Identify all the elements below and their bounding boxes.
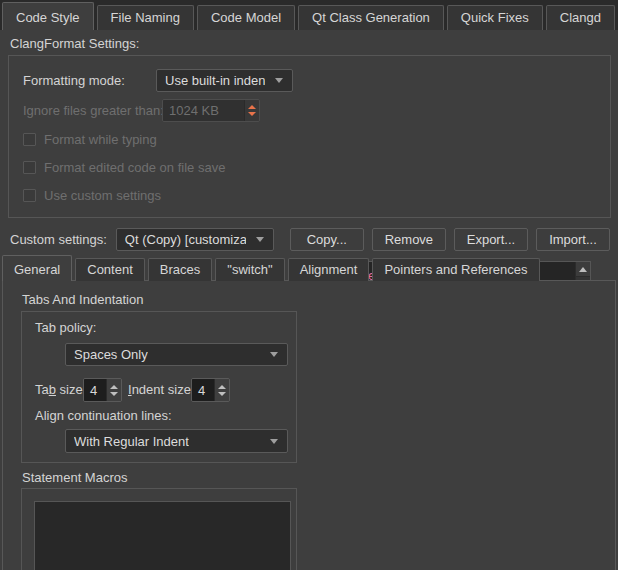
statement-macros-title: Statement Macros (22, 470, 128, 485)
ignore-files-spinbox: 1024 KB (162, 99, 260, 122)
style-tab-general[interactable]: General (2, 255, 72, 281)
align-continuation-label: Align continuation lines: (35, 408, 172, 423)
copy-button[interactable]: Copy... (290, 228, 364, 251)
tab-code-model[interactable]: Code Model (197, 5, 295, 30)
style-tab-pointers-and-references[interactable]: Pointers and References (372, 258, 539, 281)
style-tab-content[interactable]: Content (75, 258, 145, 281)
style-tab-braces[interactable]: Braces (148, 258, 212, 281)
spin-arrows (244, 100, 259, 121)
custom-settings-value: Qt (Copy) [customizable] (125, 232, 246, 247)
style-tabbar: GeneralContentBraces"switch"AlignmentPoi… (2, 256, 618, 281)
custom-settings-label: Custom settings: (10, 232, 107, 247)
checkbox-label: Format edited code on file save (44, 160, 225, 175)
chevron-down-icon (256, 237, 264, 242)
tabs-indentation-title: Tabs And Indentation (22, 292, 143, 307)
settings-tabbar: Code StyleFile NamingCode ModelQt Class … (2, 0, 618, 30)
spin-arrows[interactable] (106, 379, 121, 401)
spin-down-icon[interactable] (218, 392, 226, 396)
tab-file-naming[interactable]: File Naming (97, 5, 194, 30)
tab-clangd[interactable]: Clangd (546, 5, 615, 30)
clangformat-section-label: ClangFormat Settings: (10, 36, 139, 51)
tab-size-value: 4 (84, 379, 106, 401)
spin-down-icon[interactable] (110, 392, 118, 396)
export-button[interactable]: Export... (454, 228, 528, 251)
code-style-page: ClangFormat Settings: Formatting mode: U… (0, 30, 618, 570)
spin-down-icon (248, 112, 256, 116)
custom-settings-combobox[interactable]: Qt (Copy) [customizable] (116, 228, 274, 251)
ignore-files-label: Ignore files greater than: (23, 103, 164, 118)
chevron-down-icon (275, 78, 283, 83)
clangformat-groupbox: Formatting mode: Use built-in indenter I… (8, 55, 611, 218)
tab-size-spinbox[interactable]: 4 (83, 378, 122, 402)
indent-size-value: 4 (192, 379, 214, 401)
formatting-mode-label: Formatting mode: (23, 73, 125, 88)
checkbox (23, 133, 36, 146)
tab-policy-label: Tab policy: (35, 320, 96, 335)
chevron-down-icon (270, 352, 278, 357)
custom-settings-row: Custom settings: Qt (Copy) [customizable… (10, 228, 610, 251)
checkbox-row-format-edited-code-on-file-save: Format edited code on file save (23, 160, 225, 175)
style-tab-alignment[interactable]: Alignment (288, 258, 370, 281)
tab-policy-value: Spaces Only (74, 347, 148, 362)
import-button[interactable]: Import... (536, 228, 610, 251)
spin-up-icon (248, 105, 256, 109)
checkbox (23, 189, 36, 202)
chevron-down-icon (270, 439, 278, 444)
spin-up-icon[interactable] (218, 385, 226, 389)
formatting-mode-combobox[interactable]: Use built-in indenter (156, 69, 293, 92)
remove-button[interactable]: Remove (372, 228, 446, 251)
checkbox-label: Format while typing (44, 132, 157, 147)
style-tab-switch[interactable]: "switch" (215, 258, 284, 281)
checkbox-row-format-while-typing: Format while typing (23, 132, 157, 147)
indent-size-label: Indent size: (128, 382, 195, 397)
checkbox-row-use-custom-settings: Use custom settings (23, 188, 161, 203)
statement-macros-groupbox (21, 488, 297, 570)
checkbox-label: Use custom settings (44, 188, 161, 203)
tab-policy-combobox[interactable]: Spaces Only (65, 343, 288, 366)
tab-qt-class-generation[interactable]: Qt Class Generation (298, 5, 444, 30)
tabs-indentation-groupbox: Tab policy: Spaces Only Tab size: 4 Inde… (21, 311, 297, 463)
tab-quick-fixes[interactable]: Quick Fixes (447, 5, 543, 30)
formatting-mode-value: Use built-in indenter (165, 73, 265, 88)
checkbox (23, 161, 36, 174)
tab-size-label: Tab size: (35, 382, 86, 397)
align-continuation-value: With Regular Indent (74, 434, 189, 449)
statement-macros-textarea[interactable] (34, 501, 291, 570)
spin-up-icon[interactable] (110, 385, 118, 389)
align-continuation-combobox[interactable]: With Regular Indent (65, 429, 288, 453)
tab-code-style[interactable]: Code Style (2, 2, 94, 30)
indent-size-spinbox[interactable]: 4 (191, 378, 230, 402)
ignore-files-value: 1024 KB (163, 100, 244, 121)
spin-arrows[interactable] (214, 379, 229, 401)
